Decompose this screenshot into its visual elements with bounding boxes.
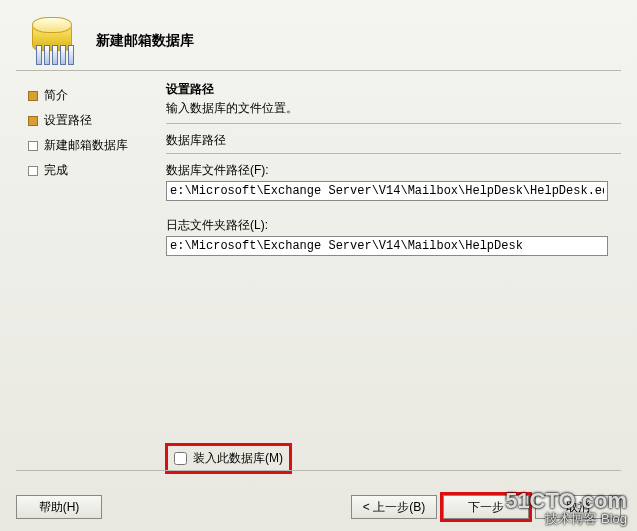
next-button-highlight: 下一步 bbox=[443, 495, 529, 519]
back-button[interactable]: < 上一步(B) bbox=[351, 495, 437, 519]
wizard-main: 设置路径 输入数据库的文件位置。 数据库路径 数据库文件路径(F): 日志文件夹… bbox=[166, 77, 621, 441]
step-finish: 完成 bbox=[28, 158, 148, 183]
wizard-header: 新建邮箱数据库 bbox=[0, 0, 637, 70]
step-intro: 简介 bbox=[28, 83, 148, 108]
next-button[interactable]: 下一步 bbox=[443, 495, 529, 519]
mount-db-checkbox[interactable] bbox=[174, 452, 187, 465]
step-bullet-icon bbox=[28, 141, 38, 151]
step-bullet-icon bbox=[28, 116, 38, 126]
footer-divider bbox=[16, 470, 621, 471]
mount-db-row: 装入此数据库(M) bbox=[168, 446, 289, 471]
step-set-path: 设置路径 bbox=[28, 108, 148, 133]
section-divider bbox=[166, 123, 621, 124]
log-path-label: 日志文件夹路径(L): bbox=[166, 217, 621, 234]
cancel-button[interactable]: 取消 bbox=[535, 495, 621, 519]
group-title: 数据库路径 bbox=[166, 132, 621, 149]
log-path-input[interactable] bbox=[166, 236, 608, 256]
mount-db-label: 装入此数据库(M) bbox=[193, 450, 283, 467]
step-label: 完成 bbox=[44, 162, 68, 179]
wizard-sidebar: 简介 设置路径 新建邮箱数据库 完成 bbox=[28, 77, 148, 441]
database-icon bbox=[30, 17, 78, 65]
help-button[interactable]: 帮助(H) bbox=[16, 495, 102, 519]
section-subtitle: 输入数据库的文件位置。 bbox=[166, 100, 621, 117]
wizard-window: 新建邮箱数据库 简介 设置路径 新建邮箱数据库 完成 设置路径 输入数据库 bbox=[0, 0, 637, 531]
step-label: 简介 bbox=[44, 87, 68, 104]
group-divider bbox=[166, 153, 621, 154]
section-title: 设置路径 bbox=[166, 81, 621, 98]
db-path-label: 数据库文件路径(F): bbox=[166, 162, 621, 179]
step-create-db: 新建邮箱数据库 bbox=[28, 133, 148, 158]
wizard-title: 新建邮箱数据库 bbox=[96, 32, 194, 50]
db-path-input[interactable] bbox=[166, 181, 608, 201]
step-bullet-icon bbox=[28, 166, 38, 176]
step-label: 新建邮箱数据库 bbox=[44, 137, 128, 154]
step-label: 设置路径 bbox=[44, 112, 92, 129]
wizard-footer: 帮助(H) < 上一步(B) 下一步 取消 bbox=[0, 495, 637, 519]
step-bullet-icon bbox=[28, 91, 38, 101]
